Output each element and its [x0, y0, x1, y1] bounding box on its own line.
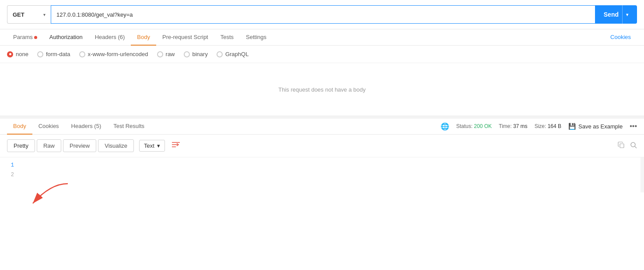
no-body-message: This request does not have a body: [0, 63, 644, 116]
view-actions: [618, 142, 637, 150]
params-dot: [34, 36, 37, 39]
url-bar: GET ▾ Send ▾: [0, 0, 644, 29]
save-icon: 💾: [568, 123, 576, 130]
radio-raw-circle: [157, 51, 163, 57]
wrap-button[interactable]: [167, 138, 185, 153]
radio-form-data-circle: [37, 51, 43, 57]
line-num-1: 1: [7, 161, 14, 171]
tab-authorization[interactable]: Authorization: [43, 29, 89, 46]
response-tabs: Body Cookies Headers (5) Test Results 🌐 …: [0, 118, 644, 135]
line-num-2: 2: [7, 171, 14, 180]
method-label: GET: [13, 11, 24, 18]
tab-tests[interactable]: Tests: [214, 29, 240, 46]
size-info: Size: 164 B: [535, 123, 561, 129]
url-input[interactable]: [51, 5, 595, 24]
svg-line-5: [635, 146, 637, 148]
tab-body[interactable]: Body: [131, 29, 156, 46]
radio-none[interactable]: none: [7, 51, 28, 57]
time-info: Time: 37 ms: [499, 123, 528, 129]
tab-cookies[interactable]: Cookies: [604, 29, 637, 46]
radio-urlencoded[interactable]: x-www-form-urlencoded: [79, 51, 148, 57]
view-tab-preview[interactable]: Preview: [63, 139, 96, 152]
scrollbar-track[interactable]: [640, 157, 644, 192]
annotation-arrow: [24, 179, 77, 211]
radio-urlencoded-circle: [79, 51, 85, 57]
globe-icon: 🌐: [441, 122, 449, 131]
view-tab-raw[interactable]: Raw: [37, 139, 61, 152]
copy-icon[interactable]: [618, 142, 625, 150]
method-select[interactable]: GET ▾: [7, 5, 51, 24]
tab-params[interactable]: Params: [7, 29, 43, 46]
radio-graphql[interactable]: GraphQL: [217, 51, 248, 57]
radio-graphql-circle: [217, 51, 223, 57]
tab-headers[interactable]: Headers (6): [89, 29, 131, 46]
radio-binary[interactable]: binary: [184, 51, 208, 57]
radio-binary-circle: [184, 51, 190, 57]
send-button[interactable]: Send ▾: [595, 5, 637, 24]
more-options-icon[interactable]: •••: [630, 122, 637, 130]
body-options: none form-data x-www-form-urlencoded raw…: [0, 46, 644, 63]
radio-form-data[interactable]: form-data: [37, 51, 70, 57]
send-label: Send: [604, 11, 619, 18]
radio-none-circle: [7, 51, 13, 57]
view-tab-pretty[interactable]: Pretty: [7, 139, 35, 152]
response-tab-cookies[interactable]: Cookies: [32, 118, 65, 135]
response-tab-test-results[interactable]: Test Results: [107, 118, 150, 135]
response-tab-body[interactable]: Body: [7, 118, 32, 135]
status-label: Status: 200 OK: [456, 123, 492, 129]
svg-rect-3: [620, 144, 624, 148]
save-example-button[interactable]: 💾 Save as Example: [568, 123, 623, 130]
response-tab-headers[interactable]: Headers (5): [65, 118, 108, 135]
format-chevron-icon: ▾: [157, 142, 160, 149]
wrap-icon: [172, 141, 180, 150]
code-area: 1 2: [0, 157, 644, 192]
response-meta: 🌐 Status: 200 OK Time: 37 ms Size: 164 B…: [441, 122, 637, 131]
format-select[interactable]: Text ▾: [139, 140, 165, 152]
method-chevron-icon: ▾: [43, 12, 46, 17]
send-chevron-icon: ▾: [622, 5, 628, 24]
radio-raw[interactable]: raw: [157, 51, 175, 57]
view-tabs-row: Pretty Raw Preview Visualize Text ▾: [0, 135, 644, 157]
svg-point-4: [631, 142, 635, 147]
tab-pre-request[interactable]: Pre-request Script: [156, 29, 214, 46]
line-numbers: 1 2: [7, 161, 14, 180]
search-icon[interactable]: [630, 142, 637, 150]
view-tab-visualize[interactable]: Visualize: [98, 139, 134, 152]
tab-settings[interactable]: Settings: [240, 29, 273, 46]
request-tabs: Params Authorization Headers (6) Body Pr…: [0, 29, 644, 46]
